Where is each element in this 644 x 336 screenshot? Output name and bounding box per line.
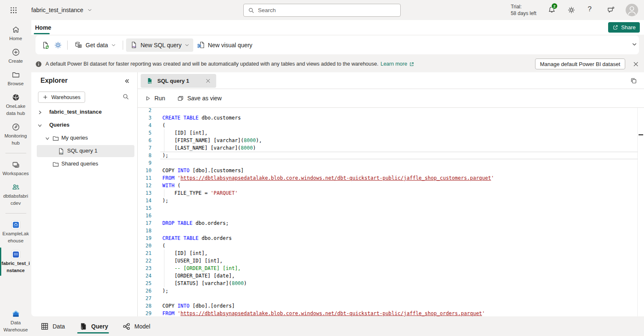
line-number: 9 [142, 159, 152, 167]
view-tab-model[interactable]: Model [122, 316, 150, 336]
code-line-20: 20( [138, 242, 644, 249]
get-data-button[interactable]: Get data [71, 38, 120, 52]
code-line-13: 13 FILE_TYPE = 'PARQUET' [138, 189, 644, 197]
workspace-switcher[interactable]: fabric_test_instance [31, 0, 92, 20]
tree-item-queries[interactable]: Queries [31, 119, 137, 132]
rail-item-monitoring-hub[interactable]: Monitoringhub [0, 122, 31, 146]
external-link-icon [409, 61, 414, 67]
line-number: 25 [142, 280, 152, 287]
rail-item-label: Home [9, 36, 22, 41]
editor-tab-strip: SQL SQL query 1 [138, 72, 644, 89]
query-tab[interactable]: SQL SQL query 1 [141, 74, 216, 88]
learn-more-link[interactable]: Learn more [381, 61, 414, 67]
folder-icon [52, 160, 59, 168]
save-as-view-icon [177, 95, 184, 102]
warehouses-label: Warehouses [51, 94, 81, 100]
rail-item-create[interactable]: Create [0, 48, 31, 64]
settings-gear-icon[interactable] [567, 5, 576, 15]
line-number: 12 [142, 182, 152, 189]
share-button[interactable]: Share [608, 22, 640, 33]
tree-item-sql-query-1[interactable]: SQLSQL query 1 [31, 145, 137, 158]
code-text: WITH ( [162, 182, 180, 189]
save-as-view-button[interactable]: Save as view [177, 95, 222, 102]
rail-item-label: cdev [10, 201, 20, 206]
rail-item-dbtlabsfabricdev[interactable]: dbtlabsfabricdev [0, 183, 31, 206]
line-number: 29 [142, 310, 152, 316]
account-avatar[interactable] [626, 4, 638, 16]
share-label: Share [621, 24, 636, 31]
line-number: 10 [142, 167, 152, 174]
run-button[interactable]: Run [145, 95, 165, 102]
sql-file-green-icon: SQL [146, 77, 153, 84]
rail-item-fabric-test-instance[interactable]: fabric_test_instance [0, 250, 31, 273]
rail-item-examplelakehouse[interactable]: ExampleLakehouse [0, 220, 31, 244]
help-icon[interactable]: ? [588, 5, 597, 14]
chevron-down-icon [87, 8, 92, 13]
app-launcher-icon[interactable] [9, 6, 18, 14]
rail-item-workspaces[interactable]: Workspaces [0, 160, 31, 176]
code-editor-area[interactable]: 23CREATE TABLE dbo.customers4(5 [ID] [in… [138, 108, 644, 316]
trial-status: Trial: 58 days left [511, 3, 536, 17]
rail-item-data-warehouse[interactable]: DataWarehouse [0, 309, 31, 333]
new-sql-query-button[interactable]: SQL New SQL query [126, 38, 193, 52]
settings-gear-blue-icon[interactable] [52, 39, 64, 51]
chevron-down-icon[interactable] [38, 123, 42, 127]
feedback-icon[interactable] [606, 5, 615, 15]
rail-divider [5, 213, 26, 214]
explorer-search-icon[interactable] [122, 93, 129, 100]
banner-message: A default Power BI dataset for faster re… [45, 61, 379, 67]
code-text: FROM 'https://dbtlabsynapsedatalake.blob… [162, 310, 485, 316]
play-icon [145, 95, 151, 102]
tree-item-label: SQL query 1 [67, 148, 98, 154]
line-number: 4 [142, 122, 152, 129]
chevron-right-icon[interactable] [38, 110, 42, 115]
left-nav-rail: HomeCreateBrowseOneLakedata hubMonitorin… [0, 20, 31, 336]
tab-home[interactable]: Home [34, 20, 53, 35]
rail-item-label: dbtlabsfabri [3, 193, 28, 199]
code-text: [LAST_NAME] [varchar](8000) [162, 144, 256, 152]
code-text: COPY INTO [dbo].[orders] [162, 302, 235, 310]
code-text: COPY INTO [dbo].[customers] [162, 167, 244, 174]
line-number: 11 [142, 174, 152, 182]
ribbon-expand-chevron-icon[interactable] [631, 41, 637, 47]
code-text: ( [162, 242, 165, 249]
line-number: 16 [142, 212, 152, 219]
svg-text:SQL: SQL [60, 152, 63, 154]
view-tab-data[interactable]: Data [40, 316, 65, 336]
code-text: [FIRST_NAME] [varchar](8000), [162, 137, 262, 144]
code-text: ); [162, 197, 168, 204]
line-number: 28 [142, 302, 152, 310]
code-text: [STATUS] [varchar](8000) [162, 280, 247, 287]
rail-item-home[interactable]: Home [0, 25, 31, 41]
banner-close-icon[interactable] [632, 61, 639, 67]
rail-item-label: Workspaces [3, 171, 29, 176]
tree-item-shared-queries[interactable]: Shared queries [31, 158, 137, 171]
view-tab-query[interactable]: Query [79, 316, 108, 336]
rail-item-onelake-data-hub[interactable]: OneLakedata hub [0, 93, 31, 116]
active-tab-underline [34, 33, 50, 34]
workspace-name: fabric_test_instance [31, 7, 83, 13]
code-line-23: 23 -- [ORDER_DATE] [int], [138, 265, 644, 272]
search-input[interactable]: Search [243, 4, 401, 17]
manage-default-dataset-button[interactable]: Manage default Power BI dataset [535, 59, 625, 69]
line-number: 26 [142, 287, 152, 295]
tree-item-label: Shared queries [61, 160, 98, 167]
refresh-document-button[interactable] [39, 39, 52, 51]
tree-item-my-queries[interactable]: My queries [31, 132, 137, 145]
collapse-panel-icon[interactable] [124, 78, 130, 84]
search-placeholder: Search [258, 7, 276, 13]
new-visual-query-label: New visual query [208, 42, 253, 48]
data-grid-icon [40, 322, 49, 331]
rail-item-label: OneLake [6, 104, 25, 109]
new-visual-query-button[interactable]: New visual query [193, 38, 256, 52]
add-warehouses-button[interactable]: Warehouses [38, 92, 85, 103]
chevron-down-icon[interactable] [45, 136, 50, 140]
tree-item-fabric-test-instance[interactable]: fabric_test_instance [31, 106, 137, 119]
rail-item-label: Browse [8, 81, 23, 87]
tab-close-icon[interactable] [205, 78, 211, 84]
code-line-17: 17DROP TABLE dbo.orders; [138, 219, 644, 227]
line-number: 20 [142, 242, 152, 249]
query-editor: SQL SQL query 1 Run Save as view 23CREAT… [138, 72, 644, 316]
rail-item-browse[interactable]: Browse [0, 70, 31, 87]
copy-icon[interactable] [630, 77, 638, 85]
